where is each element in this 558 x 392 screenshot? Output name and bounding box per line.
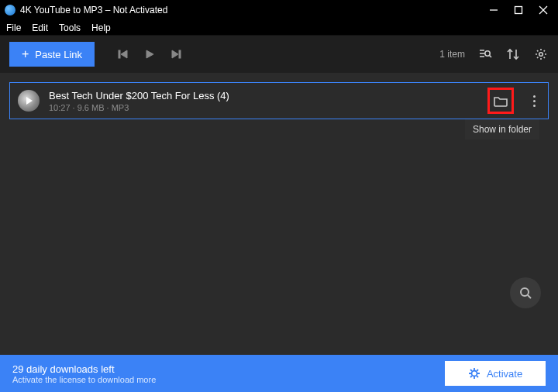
search-icon xyxy=(518,286,532,300)
search-fab[interactable] xyxy=(510,277,541,308)
svg-point-19 xyxy=(471,371,477,377)
menu-help[interactable]: Help xyxy=(87,22,115,34)
menu-tools[interactable]: Tools xyxy=(54,22,85,34)
window-controls xyxy=(488,5,556,15)
item-thumbnail[interactable] xyxy=(18,90,40,112)
titlebar: 4K YouTube to MP3 – Not Activated xyxy=(0,0,558,20)
menubar: File Edit Tools Help xyxy=(0,20,558,36)
svg-line-18 xyxy=(528,295,531,298)
svg-point-12 xyxy=(485,51,490,56)
play-button[interactable] xyxy=(143,47,157,61)
next-button[interactable] xyxy=(169,47,183,61)
content-area: Best Tech Under $200 Tech For Less (4) 1… xyxy=(0,73,558,355)
minimize-button[interactable] xyxy=(488,5,499,15)
activate-label: Activate xyxy=(487,368,522,380)
svg-marker-8 xyxy=(172,50,178,58)
tooltip-show-in-folder: Show in folder xyxy=(465,119,539,139)
plus-icon: + xyxy=(22,47,29,61)
prev-button[interactable] xyxy=(116,47,130,61)
svg-point-17 xyxy=(521,288,529,296)
toolbar-right: 1 item xyxy=(439,46,549,62)
more-options-button[interactable] xyxy=(528,90,540,112)
svg-line-13 xyxy=(489,55,491,57)
activate-icon xyxy=(468,367,480,380)
item-count: 1 item xyxy=(439,49,465,60)
svg-marker-5 xyxy=(121,50,127,58)
folder-highlight xyxy=(487,88,514,114)
svg-rect-4 xyxy=(119,50,120,58)
item-meta: 10:27 · 9.6 MB · MP3 xyxy=(49,103,478,112)
toolbar: + Paste Link 1 item xyxy=(0,36,558,73)
folder-icon xyxy=(493,93,508,108)
item-text: Best Tech Under $200 Tech For Less (4) 1… xyxy=(49,90,478,112)
sort-icon[interactable] xyxy=(505,46,521,62)
svg-point-16 xyxy=(539,53,543,57)
maximize-button[interactable] xyxy=(513,5,524,15)
menu-edit[interactable]: Edit xyxy=(27,22,53,34)
activation-footer: 29 daily downloads left Activate the lic… xyxy=(0,355,558,392)
svg-rect-1 xyxy=(515,7,522,14)
transport-controls xyxy=(116,47,183,61)
footer-sub: Activate the license to download more xyxy=(12,375,445,384)
menu-file[interactable]: File xyxy=(2,22,26,34)
window-title: 4K YouTube to MP3 – Not Activated xyxy=(20,5,488,15)
paste-link-button[interactable]: + Paste Link xyxy=(9,42,95,67)
app-icon xyxy=(5,5,16,15)
footer-text: 29 daily downloads left Activate the lic… xyxy=(12,363,445,384)
show-in-folder-button[interactable] xyxy=(492,92,509,109)
list-search-icon[interactable] xyxy=(477,46,493,62)
svg-marker-6 xyxy=(146,50,153,58)
close-button[interactable] xyxy=(538,5,549,15)
settings-icon[interactable] xyxy=(533,46,549,62)
item-title: Best Tech Under $200 Tech For Less (4) xyxy=(49,90,478,101)
more-icon xyxy=(533,95,536,107)
svg-rect-7 xyxy=(179,50,181,58)
footer-title: 29 daily downloads left xyxy=(12,363,445,375)
paste-link-label: Paste Link xyxy=(35,49,82,60)
activate-button[interactable]: Activate xyxy=(445,361,546,386)
download-item[interactable]: Best Tech Under $200 Tech For Less (4) 1… xyxy=(9,82,549,119)
